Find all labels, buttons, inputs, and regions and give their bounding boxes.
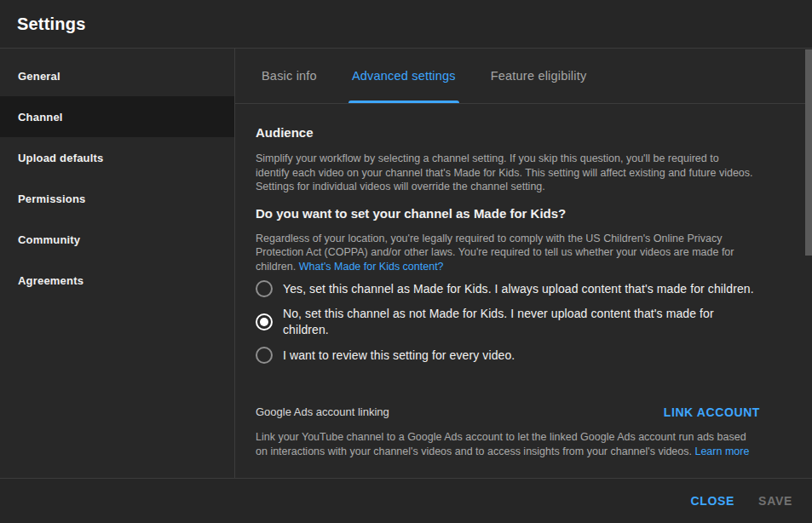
option-review-every-video[interactable]: I want to review this setting for every … [256, 347, 802, 364]
google-ads-label: Google Ads account linking [256, 405, 389, 420]
learn-more-link[interactable]: Learn more [694, 445, 749, 457]
made-for-kids-question: Do you want to set your channel as Made … [256, 206, 802, 221]
settings-sidebar: General Channel Upload defaults Permissi… [0, 49, 235, 478]
settings-dialog: Settings General Channel Upload defaults… [0, 0, 812, 523]
tab-advanced-settings[interactable]: Advanced settings [352, 49, 456, 103]
tab-basic-info[interactable]: Basic info [262, 49, 317, 103]
page-title: Settings [17, 14, 86, 34]
dialog-header: Settings [0, 0, 812, 49]
sidebar-item-label: Permissions [18, 193, 86, 205]
dialog-body: General Channel Upload defaults Permissi… [0, 49, 812, 478]
option-yes-made-for-kids[interactable]: Yes, set this channel as Made for Kids. … [256, 280, 802, 297]
google-ads-linking-row: Google Ads account linking LINK ACCOUNT [256, 405, 760, 420]
channel-settings-content: Basic info Advanced settings Feature eli… [235, 49, 812, 478]
radio-button-icon[interactable] [256, 347, 273, 364]
sidebar-item-community[interactable]: Community [0, 219, 234, 260]
coppa-legal-text: Regardless of your location, you're lega… [256, 232, 754, 274]
sidebar-item-label: Channel [18, 111, 63, 124]
sidebar-item-label: Community [18, 233, 80, 246]
tab-feature-eligibility[interactable]: Feature eligibility [491, 49, 587, 103]
close-button[interactable]: CLOSE [690, 494, 734, 508]
sidebar-item-permissions[interactable]: Permissions [0, 178, 234, 219]
sidebar-item-agreements[interactable]: Agreements [0, 260, 234, 301]
audience-heading: Audience [256, 125, 802, 141]
dialog-footer: CLOSE SAVE [0, 478, 812, 523]
option-not-made-for-kids[interactable]: No, set this channel as not Made for Kid… [256, 306, 802, 338]
sidebar-item-label: General [18, 70, 60, 83]
option-label: I want to review this setting for every … [283, 348, 515, 364]
option-label: No, set this channel as not Made for Kid… [283, 306, 758, 338]
whats-made-for-kids-link[interactable]: What's Made for Kids content? [299, 261, 444, 273]
save-button[interactable]: SAVE [758, 494, 792, 508]
made-for-kids-options: Yes, set this channel as Made for Kids. … [256, 280, 802, 364]
sidebar-item-label: Agreements [18, 274, 84, 287]
advanced-settings-panel: Audience Simplify your workflow by selec… [235, 104, 812, 478]
audience-description: Simplify your workflow by selecting a ch… [256, 152, 754, 194]
radio-button-icon-selected[interactable] [256, 313, 273, 330]
link-account-button[interactable]: LINK ACCOUNT [664, 405, 760, 419]
sidebar-item-general[interactable]: General [0, 55, 234, 96]
google-ads-description: Link your YouTube channel to a Google Ad… [256, 430, 754, 459]
scrollbar-thumb[interactable] [805, 49, 812, 256]
google-ads-description-body: Link your YouTube channel to a Google Ad… [256, 431, 746, 457]
channel-tabs: Basic info Advanced settings Feature eli… [235, 49, 812, 104]
radio-button-icon[interactable] [256, 280, 273, 297]
sidebar-item-channel[interactable]: Channel [0, 96, 234, 137]
sidebar-item-label: Upload defaults [18, 152, 104, 164]
sidebar-item-upload-defaults[interactable]: Upload defaults [0, 137, 234, 178]
option-label: Yes, set this channel as Made for Kids. … [283, 281, 754, 297]
